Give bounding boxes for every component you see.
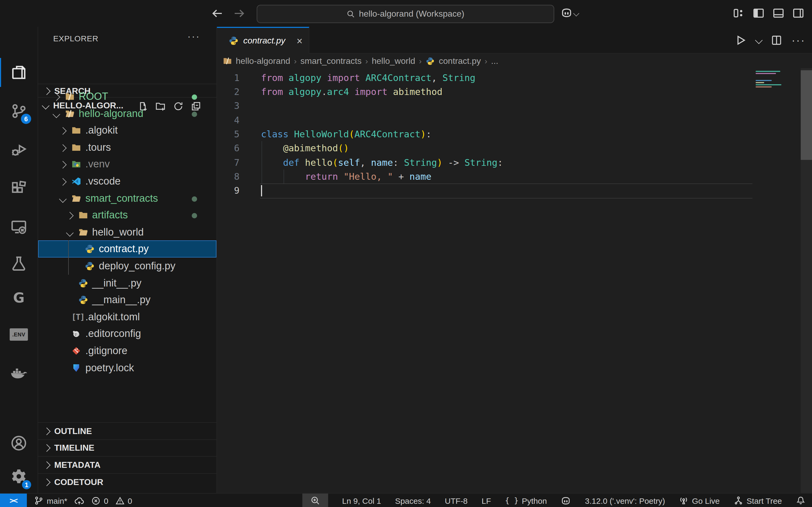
section-codetour[interactable]: CODETOUR xyxy=(38,473,216,491)
tree-item-deploy-config-py[interactable]: deploy_config.py xyxy=(38,258,216,275)
code-line: 5class HelloWorld(ARC4Contract): xyxy=(217,127,801,142)
run-dropdown-icon[interactable] xyxy=(756,36,762,45)
tree-item--main-py[interactable]: __main__.py xyxy=(38,291,216,308)
tree-item--init-py[interactable]: __init__.py xyxy=(38,274,216,292)
tree-item--vscode[interactable]: .vscode xyxy=(38,173,216,190)
activity-item-remote-explorer[interactable] xyxy=(0,210,38,244)
code-line: 6 @abimethod() xyxy=(217,142,801,156)
code-text: from algopy import ARC4Contract, String xyxy=(261,71,475,85)
status-git-branch[interactable]: main* xyxy=(34,496,67,505)
section-timeline[interactable]: TIMELINE xyxy=(38,439,216,457)
toggle-secondary-sidebar-icon[interactable] xyxy=(792,7,805,19)
tree-item-poetry-toml[interactable]: [T]poetry.toml xyxy=(38,376,216,379)
status-sync-changes[interactable] xyxy=(74,496,85,506)
poetry-icon xyxy=(71,363,81,373)
activity-item-testing[interactable] xyxy=(0,246,38,281)
code-text: def hello(self, name: String) -> String: xyxy=(261,155,503,170)
breadcrumb-item[interactable]: contract.py xyxy=(439,56,481,66)
status-notifications[interactable] xyxy=(796,496,806,505)
activity-item-dotenv[interactable]: .ENV xyxy=(0,317,38,351)
more-actions-icon[interactable]: ··· xyxy=(792,34,806,46)
activity-item-run-and-debug[interactable] xyxy=(0,132,38,167)
breadcrumb-item[interactable]: smart_contracts xyxy=(300,56,362,66)
editor-scrollbar[interactable] xyxy=(801,68,812,493)
activity-item-explorer[interactable] xyxy=(0,55,38,90)
testing-icon xyxy=(10,255,28,272)
file-label: .gitignore xyxy=(85,345,127,357)
line-number: 7 xyxy=(217,155,240,170)
section-outline[interactable]: OUTLINE xyxy=(38,422,216,440)
tree-item-hello-world[interactable]: hello_world xyxy=(38,224,216,241)
toggle-primary-sidebar-icon[interactable] xyxy=(752,7,765,19)
file-label: .editorconfig xyxy=(85,328,141,340)
status-warnings[interactable]: 0 xyxy=(115,496,132,505)
tree-item-contract-py[interactable]: contract.py xyxy=(38,241,216,258)
tree-item--tours[interactable]: .tours xyxy=(38,139,216,156)
vscode-window: hello-algorand (Workspace) 6G.ENV1 EXPLO… xyxy=(0,0,812,507)
tree-item--editorconfig[interactable]: .editorconfig xyxy=(38,325,216,343)
status-start-tree[interactable]: Start Tree xyxy=(733,496,782,505)
status-eol[interactable]: LF xyxy=(482,496,491,505)
explorer-more-actions[interactable]: ··· xyxy=(188,31,200,42)
toggle-panel-icon[interactable] xyxy=(772,7,784,19)
tree-item--algokit-toml[interactable]: [T].algokit.toml xyxy=(38,308,216,326)
customize-layout-icon[interactable] xyxy=(732,7,745,19)
status-indentation[interactable]: Spaces: 4 xyxy=(395,496,431,505)
tree-item--gitignore[interactable]: .gitignore xyxy=(38,342,216,359)
status-zoom-indicator[interactable] xyxy=(302,494,328,507)
chevron-right-icon xyxy=(59,144,66,152)
line-number: 3 xyxy=(217,99,240,113)
activity-item-algokit[interactable]: G xyxy=(0,281,38,315)
breadcrumb-item[interactable]: hello_world xyxy=(372,56,415,66)
editor-group: contract.py × ··· hello-algorand›smart_c… xyxy=(217,27,812,493)
status-label: Python xyxy=(522,496,547,505)
status-language-mode[interactable]: { }Python xyxy=(505,496,547,505)
status-errors[interactable]: 0 xyxy=(92,496,108,505)
status-cursor-position[interactable]: Ln 9, Col 1 xyxy=(342,496,381,505)
status-go-live[interactable]: Go Live xyxy=(679,496,720,505)
tab-label: contract.py xyxy=(243,36,286,46)
breadcrumb-item[interactable]: ... xyxy=(491,56,498,66)
tree-item-smart-contracts[interactable]: smart_contracts xyxy=(38,190,216,207)
status-label: UTF-8 xyxy=(445,496,468,505)
minimap-line xyxy=(756,84,781,85)
minimap[interactable] xyxy=(754,68,801,283)
copilot-menu[interactable] xyxy=(561,7,578,19)
breadcrumb-item[interactable]: hello-algorand xyxy=(236,56,290,66)
tree-item-poetry-lock[interactable]: poetry.lock xyxy=(38,359,216,376)
workspace-search-box[interactable]: hello-algorand (Workspace) xyxy=(257,5,554,23)
forward-arrow-icon[interactable] xyxy=(233,7,246,20)
tree-item-root[interactable]: ROOT xyxy=(38,88,216,105)
remote-indicator[interactable]: >< xyxy=(0,494,27,507)
section-label: METADATA xyxy=(54,460,100,470)
line-number: 2 xyxy=(217,85,240,99)
activity-item-settings[interactable]: 1 xyxy=(0,459,38,494)
line-number: 6 xyxy=(217,142,240,156)
copilot-icon xyxy=(561,496,571,506)
toml-icon: [T] xyxy=(71,312,81,322)
back-arrow-icon[interactable] xyxy=(210,7,223,20)
activity-item-source-control[interactable]: 6 xyxy=(0,94,38,128)
folder-open-icon xyxy=(78,227,88,237)
python-icon xyxy=(78,278,88,288)
section-metadata[interactable]: METADATA xyxy=(38,456,216,473)
code-line: 1from algopy import ARC4Contract, String xyxy=(217,71,801,85)
code-area[interactable]: 1from algopy import ARC4Contract, String… xyxy=(217,68,801,493)
status-python-interpreter[interactable]: 3.12.0 ('.venv': Poetry) xyxy=(585,496,665,505)
tab-contract-py[interactable]: contract.py × xyxy=(217,27,309,54)
close-icon[interactable]: × xyxy=(297,36,303,46)
activity-item-docker[interactable] xyxy=(0,356,38,390)
tree-item--algokit[interactable]: .algokit xyxy=(38,122,216,139)
status-copilot[interactable] xyxy=(561,496,571,506)
tree-item--venv[interactable]: .venv xyxy=(38,156,216,173)
status-encoding[interactable]: UTF-8 xyxy=(445,496,468,505)
activity-item-extensions[interactable] xyxy=(0,171,38,206)
run-python-file-icon[interactable] xyxy=(734,34,747,47)
status-label: Ln 9, Col 1 xyxy=(342,496,381,505)
tree-item-artifacts[interactable]: artifacts xyxy=(38,207,216,224)
scrollbar-slider[interactable] xyxy=(801,70,812,160)
breadcrumb-separator: › xyxy=(419,56,421,65)
split-editor-icon[interactable] xyxy=(771,34,782,46)
activity-item-accounts[interactable] xyxy=(0,426,38,460)
tree-item-hello-algorand[interactable]: hello-algorand xyxy=(38,105,216,122)
